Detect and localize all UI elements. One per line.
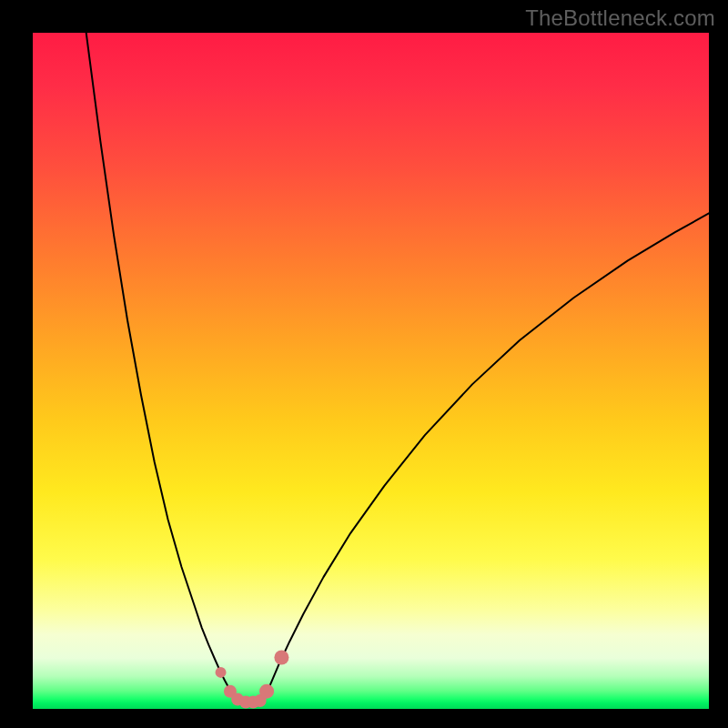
data-markers-group (216, 651, 289, 709)
data-marker (259, 684, 274, 699)
watermark-text: TheBottleneck.com (525, 5, 715, 31)
chart-stage: TheBottleneck.com (0, 0, 728, 728)
curve-right-branch (264, 213, 709, 698)
chart-plot-area (33, 33, 709, 709)
chart-svg (33, 33, 709, 709)
curve-left-branch (86, 33, 236, 698)
data-marker (216, 667, 227, 678)
data-marker (274, 651, 288, 665)
